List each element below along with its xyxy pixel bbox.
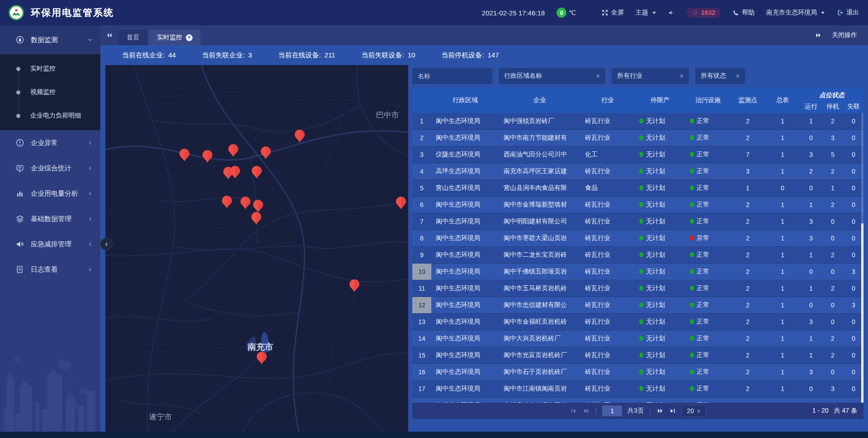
sidebar-subitem[interactable]: 视频监控 xyxy=(0,80,100,104)
cell-region: 阆中生态环境局 xyxy=(431,351,499,359)
tab[interactable]: 首页 ✕ xyxy=(118,30,147,45)
status-dot xyxy=(690,353,694,358)
bell-icon xyxy=(692,9,698,16)
cell-monitor-count: 2 xyxy=(731,318,765,325)
double-right-icon[interactable] xyxy=(815,32,822,39)
table-row[interactable]: 14 阆中生态环境局 阆中大兴页岩机砖厂 砖瓦行业 无计划 正常 2 xyxy=(412,330,863,347)
page-size-select[interactable]: 20∨ xyxy=(682,405,706,417)
cell-index: 16 xyxy=(412,364,431,380)
cell-stop-count: 0 xyxy=(822,268,844,275)
table-row[interactable]: 10 阆中生态环境局 阆中千佛镇五郎垭页岩 砖瓦行业 无计划 正常 2 xyxy=(412,264,863,280)
sidebar-group[interactable]: 企业用电量分析 xyxy=(0,181,100,206)
pagination-bar: | 1 共3页 | 20∨ 1 - 20 共 47 条 xyxy=(412,403,863,419)
table-row[interactable]: 2 阆中生态环境局 阆中市南方节能建材有 砖瓦行业 无计划 正常 2 xyxy=(412,130,863,146)
col-monitor: 监测点 xyxy=(731,96,765,104)
cell-total-meter: 1 xyxy=(765,352,800,359)
map-collapse-button[interactable] xyxy=(100,238,113,250)
cell-index: 15 xyxy=(412,347,431,363)
table-row[interactable]: 16 阆中生态环境局 阆中市石子页岩机砖厂 砖瓦行业 无计划 正常 2 xyxy=(412,364,863,381)
green-status-dot xyxy=(639,252,643,257)
sidebar-group-data-monitor[interactable]: 数据监测 xyxy=(0,25,100,54)
table-row[interactable]: 7 阆中生态环境局 阆中明阳建材有限公司 砖瓦行业 无计划 正常 2 xyxy=(412,213,863,230)
cell-monitor-count: 2 xyxy=(731,385,765,392)
sidebar-group[interactable]: 应急减排管理 xyxy=(0,231,100,257)
close-actions-button[interactable]: 关闭操作 xyxy=(832,31,857,39)
table-row[interactable]: 3 仪陇生态环境局 西南油气田分公司川中 化工 无计划 正常 7 xyxy=(412,146,863,163)
fullscreen-button[interactable]: 全屏 xyxy=(601,9,624,17)
first-page-button[interactable] xyxy=(570,407,577,414)
logout-button[interactable]: 退出 xyxy=(836,9,859,17)
notification-badge[interactable]: 2632 xyxy=(687,8,721,18)
org-dropdown[interactable]: 南充市生态环境局 xyxy=(766,9,825,17)
cell-run-count: 3 xyxy=(800,218,822,225)
sidebar-subitem[interactable]: 企业电力负荷明细 xyxy=(0,104,100,127)
cell-index: 7 xyxy=(412,213,431,230)
name-filter-input[interactable] xyxy=(412,68,492,84)
scrollbar-track[interactable] xyxy=(861,113,863,403)
sidebar-group[interactable]: 企业综合统计 xyxy=(0,155,100,181)
last-page-button[interactable] xyxy=(669,407,676,414)
next-page-button[interactable] xyxy=(656,407,664,414)
industry-filter-select[interactable]: 所有行业∨ xyxy=(612,68,689,84)
cell-region: 仪陇生态环境局 xyxy=(431,151,499,159)
table-row[interactable]: 11 阆中生态环境局 阆中市五马桥页岩机砖 砖瓦行业 无计划 正常 2 xyxy=(412,280,863,297)
filter-row: 行政区域名称∨ 所有行业∨ 所有状态∨ xyxy=(412,68,863,84)
cell-facility-status: 正常 xyxy=(685,351,731,359)
map[interactable]: 巴中市南充市遂宁市 xyxy=(105,65,408,432)
cell-limit-status: 无计划 xyxy=(635,301,685,309)
cell-monitor-count: 2 xyxy=(731,251,765,259)
chevron-left-icon xyxy=(104,241,109,247)
cell-stop-count: 2 xyxy=(822,118,844,125)
tab-close-icon[interactable]: ✕ xyxy=(186,34,193,41)
cell-monitor-count: 2 xyxy=(731,218,765,225)
table-row[interactable]: 13 阆中生态环境局 阆中市金福旺页岩机砖 砖瓦行业 无计划 正常 2 xyxy=(412,314,863,330)
table-row[interactable]: 17 阆中生态环境局 阆中市江南镇阆南页岩 砖瓦行业 无计划 正常 2 xyxy=(412,381,863,397)
page-number-input[interactable]: 1 xyxy=(602,405,622,416)
table-row[interactable]: 1 阆中生态环境局 阆中强锐页岩砖厂 砖瓦行业 无计划 正常 2 xyxy=(412,113,863,130)
table-row[interactable]: 5 营山生态环境局 营山县润丰肉食品有限 食品 无计划 正常 1 xyxy=(412,180,863,197)
sidebar-subitem[interactable]: 实时监控 xyxy=(0,57,100,80)
table-row[interactable]: 18 南部生态环境局 南部县砂化水泥有限公 建材加工 无计划 正常 6 xyxy=(412,397,863,403)
last-page-icon xyxy=(669,407,676,414)
cell-index: 5 xyxy=(412,180,431,196)
stat-label: 当前停机设备: xyxy=(441,51,484,60)
total-pages-label: 共3页 xyxy=(627,407,644,415)
region-filter-select[interactable]: 行政区域名称∨ xyxy=(499,68,605,84)
status-dot xyxy=(690,269,694,274)
cell-limit-status: 无计划 xyxy=(635,318,685,326)
cell-run-count: 1 xyxy=(800,285,822,292)
cell-industry: 砖瓦行业 xyxy=(580,234,635,242)
tab[interactable]: 实时监控 ✕ xyxy=(149,30,201,45)
divider: | xyxy=(595,407,597,414)
cell-industry: 砖瓦行业 xyxy=(580,385,635,393)
table-row[interactable]: 8 阆中生态环境局 阆中市枣碧大梁山页岩 砖瓦行业 无计划 异常 2 xyxy=(412,230,863,247)
table-row[interactable]: 6 阆中生态环境局 阆中市金博瑞新型墙材 砖瓦行业 无计划 正常 2 xyxy=(412,197,863,213)
scrollbar-thumb[interactable] xyxy=(861,223,863,403)
theme-dropdown[interactable]: 主题 xyxy=(636,9,656,17)
prev-page-button[interactable] xyxy=(582,407,590,414)
cell-monitor-count: 2 xyxy=(731,201,765,208)
stat-label: 当前失联设备: xyxy=(361,51,404,60)
cell-stop-count: 0 xyxy=(822,235,844,242)
status-filter-select[interactable]: 所有状态∨ xyxy=(695,68,745,84)
cell-index: 1 xyxy=(412,113,431,129)
table-row[interactable]: 9 阆中生态环境局 阆中市二龙长宝页岩砖 砖瓦行业 无计划 正常 2 xyxy=(412,247,863,264)
cell-facility-status: 正常 xyxy=(685,268,731,276)
sidebar-group[interactable]: 日志查看 xyxy=(0,257,100,282)
tabs-scroll-left-button[interactable] xyxy=(100,32,118,39)
mute-button[interactable] xyxy=(668,9,675,16)
cell-facility-status: 正常 xyxy=(685,117,731,125)
app-logo xyxy=(8,5,24,21)
table-row[interactable]: 12 阆中生态环境局 阆中市忠信建材有限公 砖瓦行业 无计划 正常 2 xyxy=(412,297,863,314)
status-dot xyxy=(690,286,694,291)
sidebar-group[interactable]: 企业异常 xyxy=(0,130,100,155)
cell-stop-count: 2 xyxy=(822,168,844,175)
cell-lost-count: 0 xyxy=(844,385,863,392)
cell-index: 11 xyxy=(412,280,431,297)
cell-industry: 砖瓦行业 xyxy=(580,201,635,209)
help-button[interactable]: 帮助 xyxy=(732,9,755,17)
table-row[interactable]: 4 高坪生态环境局 南充市高坪区王家店建 砖瓦行业 无计划 正常 3 xyxy=(412,163,863,180)
sidebar-group[interactable]: 基础数据管理 xyxy=(0,206,100,231)
table-row[interactable]: 15 阆中生态环境局 阆中市光富页岩机砖厂 砖瓦行业 无计划 正常 2 xyxy=(412,347,863,364)
cell-total-meter: 1 xyxy=(765,285,800,292)
